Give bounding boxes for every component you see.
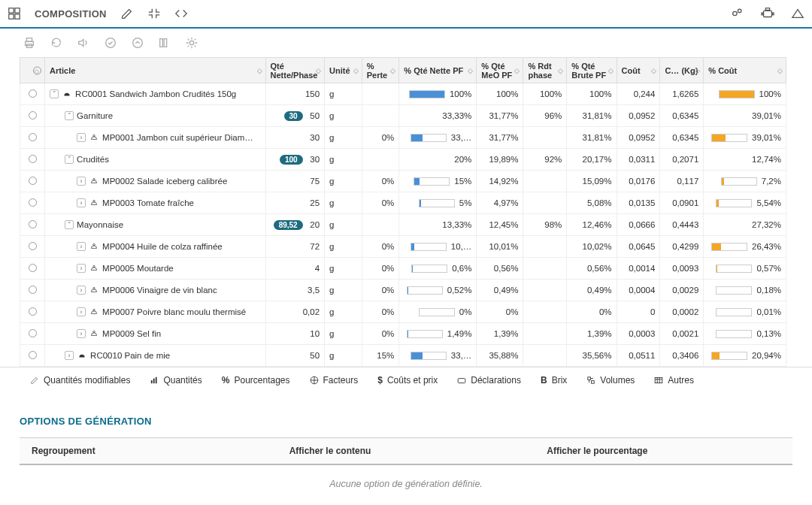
col-cout-kg[interactable]: C… (Kg)◇ — [660, 58, 704, 83]
row-select[interactable] — [20, 149, 45, 171]
ingredient-icon — [89, 329, 99, 338]
ingredient-icon — [89, 242, 99, 251]
cell-article[interactable]: ›MP0006 Vinaigre de vin blanc — [45, 280, 265, 301]
check-circle-icon[interactable] — [104, 36, 117, 50]
grid-icon[interactable] — [8, 7, 21, 20]
article-label: RC0010 Pain de mie — [90, 351, 170, 360]
tab-quantites[interactable]: Quantités — [150, 375, 201, 386]
cell-meo: 0,56% — [477, 258, 523, 280]
tab-couts[interactable]: $Coûts et prix — [377, 375, 438, 386]
svg-point-23 — [93, 287, 95, 289]
col-unite[interactable]: Unité◇ — [325, 58, 362, 83]
gear-icon[interactable] — [185, 36, 198, 50]
cell-article[interactable]: ›MP0002 Salade iceberg calibrée — [45, 171, 265, 192]
chevron-right-icon[interactable]: › — [77, 198, 86, 207]
chevron-down-icon[interactable]: ˅ — [50, 89, 59, 98]
cell-rdt — [523, 192, 567, 214]
cell-perte: 0% — [362, 171, 399, 192]
svg-point-4 — [733, 11, 737, 15]
cell-rdt — [523, 127, 567, 149]
cell-perte — [362, 149, 399, 171]
tab-autres[interactable]: Autres — [654, 375, 694, 386]
col-pct-cout[interactable]: % Coût◇ — [704, 58, 786, 83]
tab-pourcentages[interactable]: %Pourcentages — [222, 375, 290, 386]
sound-icon[interactable] — [77, 36, 90, 50]
row-select[interactable] — [20, 192, 45, 214]
up-circle-icon[interactable] — [131, 36, 144, 50]
row-select[interactable] — [20, 301, 45, 323]
composition-table: ◇ Article◇ Qté Nette/Phase◇ Unité◇ % Per… — [20, 57, 786, 367]
row-select[interactable] — [20, 171, 45, 192]
col-qte-nette-phase[interactable]: Qté Nette/Phase◇ — [265, 58, 325, 83]
cell-article[interactable]: ˅RC0001 Sandwich Jambon Crudités 150g — [45, 83, 265, 105]
print-icon[interactable] — [23, 36, 36, 50]
refresh-icon[interactable] — [50, 36, 63, 50]
cell-qte: 4 — [265, 258, 325, 280]
collapse-icon[interactable] — [147, 7, 161, 20]
tab-brix[interactable]: BBrix — [541, 375, 567, 386]
cell-perte — [362, 105, 399, 127]
robot-icon[interactable] — [761, 7, 774, 20]
cell-article[interactable]: ›MP0004 Huile de colza raffinée — [45, 236, 265, 258]
col-cout[interactable]: Coût◇ — [617, 58, 660, 83]
chevron-right-icon[interactable]: › — [77, 264, 86, 273]
bar-orange — [716, 308, 752, 316]
chevron-down-icon[interactable]: ˅ — [65, 220, 74, 229]
col-article[interactable]: Article◇ — [45, 58, 265, 83]
col-qte-nette-pf[interactable]: % Qté Nette PF◇ — [399, 58, 477, 83]
cell-article[interactable]: ˅Garniture — [45, 105, 265, 127]
tab-volumes[interactable]: Volumes — [586, 375, 635, 386]
row-select[interactable] — [20, 258, 45, 280]
cell-meo: 0% — [477, 301, 523, 323]
chevron-right-icon[interactable]: › — [77, 286, 86, 295]
chevron-down-icon[interactable]: ˅ — [65, 155, 74, 164]
triangle-up-icon[interactable] — [791, 7, 804, 20]
cell-article[interactable]: ›MP0003 Tomate fraîche — [45, 192, 265, 214]
col-perte[interactable]: % Perte◇ — [362, 58, 399, 83]
tab-facteurs[interactable]: Facteurs — [310, 375, 359, 386]
notification-icon[interactable] — [731, 7, 744, 20]
row-select[interactable] — [20, 105, 45, 127]
row-select[interactable] — [20, 323, 45, 345]
svg-rect-27 — [153, 379, 155, 384]
chevron-right-icon[interactable]: › — [65, 351, 74, 360]
badge: 30 — [284, 111, 303, 121]
row-select[interactable] — [20, 83, 45, 105]
cell-article[interactable]: ˅Mayonnaise — [45, 214, 265, 236]
code-icon[interactable] — [174, 7, 188, 20]
top-toolbar: COMPOSITION — [0, 0, 812, 29]
col-rdt-phase[interactable]: % Rdt phase◇ — [523, 58, 567, 83]
gen-col-pourcentage: Afficher le pourcentage — [535, 438, 792, 464]
row-select[interactable] — [20, 345, 45, 367]
cell-article[interactable]: ˅Crudités — [45, 149, 265, 171]
chevron-right-icon[interactable]: › — [77, 307, 86, 316]
cell-article[interactable]: ›MP0007 Poivre blanc moulu thermisé — [45, 301, 265, 323]
cell-cout: 0,244 — [617, 83, 660, 105]
cell-brute: 20,17% — [567, 149, 617, 171]
cell-article[interactable]: ›RC0010 Pain de mie — [45, 345, 265, 367]
cell-article[interactable]: ›MP0001 Jambon cuit supérieur Diam… — [45, 127, 265, 149]
columns-icon[interactable] — [158, 36, 171, 50]
chevron-right-icon[interactable]: › — [77, 133, 86, 142]
article-label: RC0001 Sandwich Jambon Crudités 150g — [75, 89, 236, 98]
tab-quantites-modifiables[interactable]: Quantités modifiables — [30, 375, 130, 386]
tab-declarations[interactable]: Déclarations — [457, 375, 521, 386]
svg-point-22 — [93, 265, 95, 267]
row-select[interactable] — [20, 214, 45, 236]
chevron-right-icon[interactable]: › — [77, 177, 86, 186]
row-select[interactable] — [20, 280, 45, 301]
chevron-right-icon[interactable]: › — [77, 329, 86, 338]
col-qte-meo-pf[interactable]: % Qté MeO PF◇ — [477, 58, 523, 83]
row-select[interactable] — [20, 127, 45, 149]
row-select[interactable] — [20, 236, 45, 258]
chevron-right-icon[interactable]: › — [77, 242, 86, 251]
col-qte-brute-pf[interactable]: % Qté Brute PF◇ — [567, 58, 617, 83]
pencil-icon[interactable] — [120, 7, 134, 20]
svg-point-17 — [189, 41, 193, 44]
cell-brute: 31,81% — [567, 127, 617, 149]
cell-article[interactable]: ›MP0009 Sel fin — [45, 323, 265, 345]
chevron-down-icon[interactable]: ˅ — [65, 111, 74, 120]
cell-perte: 0% — [362, 127, 399, 149]
cell-article[interactable]: ›MP0005 Moutarde — [45, 258, 265, 280]
col-select[interactable]: ◇ — [20, 58, 45, 83]
